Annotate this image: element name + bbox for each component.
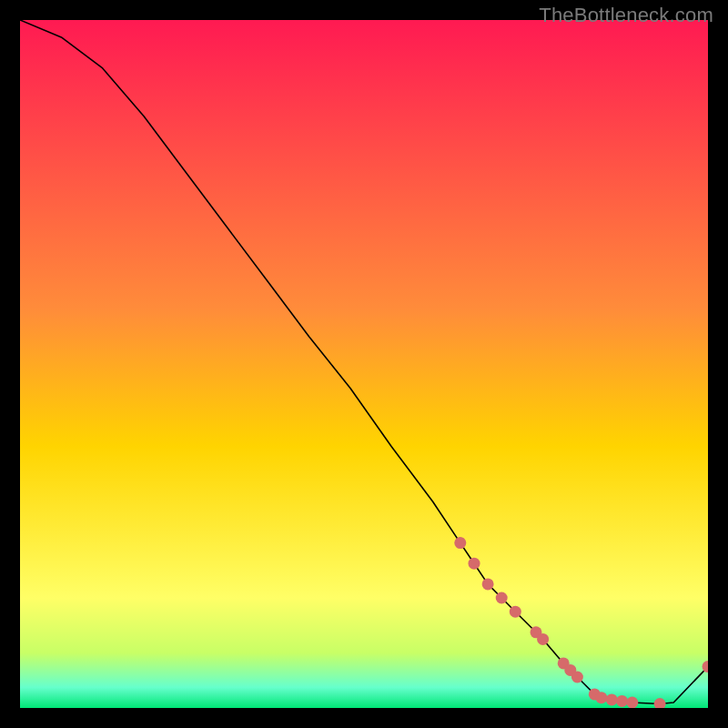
chart-marker xyxy=(571,672,583,683)
chart-svg xyxy=(20,20,708,708)
watermark-text: TheBottleneck.com xyxy=(539,4,713,27)
chart-marker xyxy=(606,693,618,705)
chart-marker xyxy=(482,578,494,590)
chart-marker xyxy=(616,695,628,707)
bottleneck-chart xyxy=(20,20,708,708)
chart-marker xyxy=(537,633,549,645)
chart-background xyxy=(20,20,708,708)
chart-marker xyxy=(626,697,638,709)
chart-marker xyxy=(469,558,480,570)
chart-marker xyxy=(595,692,607,703)
chart-marker xyxy=(510,606,521,618)
chart-marker xyxy=(496,592,508,604)
chart-marker xyxy=(454,537,466,549)
